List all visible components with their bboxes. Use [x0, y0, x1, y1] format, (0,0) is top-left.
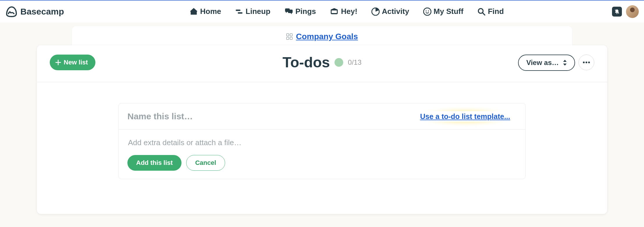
new-list-label: New list [64, 59, 88, 66]
svg-point-17 [586, 62, 587, 63]
view-as-button[interactable]: View as… [518, 55, 575, 71]
nav-right [612, 5, 639, 18]
form-row-name: Use a to-do list template... [119, 103, 525, 130]
template-link-highlight: Use a to-do list template... [414, 111, 517, 122]
todo-count: 0/13 [348, 58, 362, 66]
brand-logo[interactable]: Basecamp [5, 6, 64, 18]
nav-find[interactable]: Find [477, 7, 504, 16]
more-menu-button[interactable] [579, 55, 594, 70]
view-as-label: View as… [526, 59, 559, 67]
svg-line-7 [483, 12, 485, 15]
card-header: New list To-dos 0/13 View as… [37, 45, 607, 82]
nav-label: Pings [296, 7, 316, 16]
home-icon [190, 8, 198, 16]
pings-icon [284, 8, 293, 16]
svg-rect-10 [287, 34, 289, 36]
list-details-input[interactable] [127, 138, 517, 147]
svg-point-8 [616, 13, 617, 14]
nav-home[interactable]: Home [190, 7, 221, 16]
search-icon [477, 8, 485, 16]
activity-icon [371, 8, 380, 16]
top-nav: Basecamp Home Lineup Pings Hey! Activity… [0, 1, 644, 23]
mystuff-icon [423, 8, 431, 16]
svg-rect-11 [290, 34, 292, 36]
new-list-form-area: Use a to-do list template... Add this li… [37, 82, 607, 214]
nav-lineup[interactable]: Lineup [235, 7, 270, 16]
breadcrumb-card: Company Goals [72, 26, 572, 47]
svg-point-16 [583, 62, 585, 63]
nav-label: Hey! [341, 7, 357, 16]
svg-point-18 [588, 62, 590, 63]
add-list-button[interactable]: Add this list [127, 155, 182, 171]
bell-off-icon [614, 9, 620, 15]
nav-mystuff[interactable]: My Stuff [423, 7, 464, 16]
nav-center: Home Lineup Pings Hey! Activity My Stuff… [190, 7, 504, 16]
nav-label: Home [200, 7, 221, 16]
page-title: To-dos 0/13 [282, 54, 362, 71]
sort-arrows-icon [563, 60, 567, 66]
new-list-button[interactable]: New list [50, 55, 95, 70]
main-card: New list To-dos 0/13 View as… Use a to-d… [37, 45, 607, 214]
svg-rect-13 [290, 37, 292, 39]
grid-icon [286, 33, 293, 40]
basecamp-logo-icon [5, 6, 17, 18]
use-template-link[interactable]: Use a to-do list template... [418, 111, 513, 122]
form-actions: Add this list Cancel [119, 155, 525, 179]
page-title-text: To-dos [282, 54, 330, 71]
nav-pings[interactable]: Pings [284, 7, 316, 16]
lineup-icon [235, 8, 243, 16]
nav-label: Activity [382, 7, 409, 16]
nav-label: Find [488, 7, 504, 16]
svg-rect-12 [287, 37, 289, 39]
user-avatar[interactable] [626, 5, 639, 18]
breadcrumb-label: Company Goals [296, 32, 358, 41]
svg-point-3 [424, 8, 431, 15]
brand-name: Basecamp [20, 7, 64, 17]
nav-label: Lineup [245, 7, 270, 16]
nav-activity[interactable]: Activity [371, 7, 409, 16]
ellipsis-icon [583, 61, 590, 64]
form-row-details [119, 130, 525, 155]
svg-point-4 [426, 10, 427, 11]
nav-hey[interactable]: Hey! [330, 7, 357, 16]
list-name-input[interactable] [127, 110, 361, 122]
nav-label: My Stuff [434, 7, 464, 16]
notifications-button[interactable] [612, 7, 622, 17]
svg-rect-1 [238, 12, 243, 14]
svg-point-5 [428, 10, 429, 11]
progress-dot-icon [335, 58, 343, 67]
new-list-form: Use a to-do list template... Add this li… [118, 103, 526, 179]
svg-rect-0 [236, 10, 241, 11]
cancel-button[interactable]: Cancel [186, 155, 225, 171]
plus-icon [55, 59, 61, 66]
hey-icon [330, 8, 339, 15]
breadcrumb-project-link[interactable]: Company Goals [286, 32, 358, 41]
